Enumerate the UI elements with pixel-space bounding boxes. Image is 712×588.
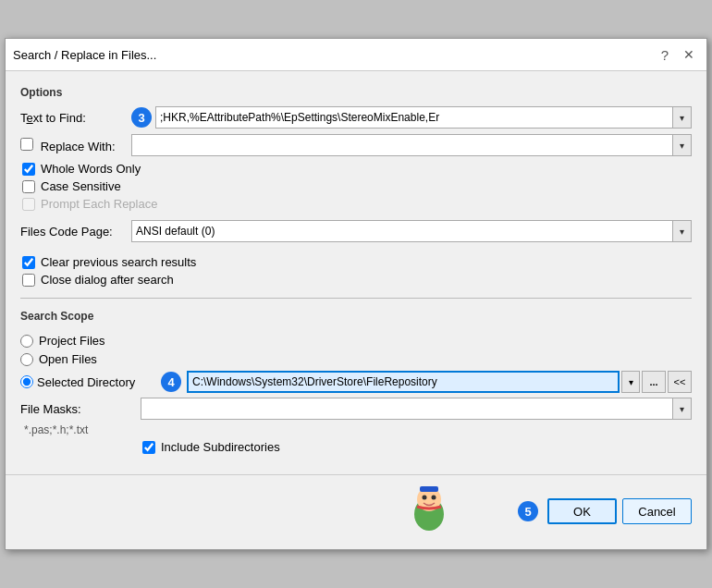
files-code-page-wrap: ▾ <box>131 220 692 242</box>
svg-point-2 <box>423 496 427 500</box>
replace-with-wrap: ▾ <box>131 134 692 156</box>
selected-dir-row: Selected Directory 4 ▾ ... << <box>20 371 692 393</box>
files-code-page-label: Files Code Page: <box>20 225 131 239</box>
step-badge-4: 4 <box>161 372 181 392</box>
help-button[interactable]: ? <box>655 44 675 65</box>
open-files-label[interactable]: Open Files <box>39 352 97 366</box>
text-to-find-input[interactable] <box>155 106 673 129</box>
project-files-label[interactable]: Project Files <box>39 334 105 348</box>
case-sensitive-row: Case Sensitive <box>22 179 692 193</box>
prompt-each-row: Prompt Each Replace <box>22 197 692 211</box>
close-dialog-row: Close dialog after search <box>22 273 692 287</box>
file-masks-input-wrap: ▾ <box>141 398 692 420</box>
whole-words-label[interactable]: Whole Words Only <box>41 162 141 176</box>
selected-dir-label[interactable]: Selected Directory <box>37 375 157 389</box>
title-bar: Search / Replace in Files... ? ✕ <box>6 39 706 71</box>
replace-with-dropdown-btn[interactable]: ▾ <box>673 134 692 156</box>
cancel-button[interactable]: Cancel <box>622 498 692 524</box>
dir-input-wrap: 4 ▾ ... << <box>161 371 692 393</box>
file-masks-row: File Masks: ▾ <box>20 398 692 420</box>
options-section-label: Options <box>20 86 692 99</box>
files-code-page-input[interactable] <box>131 220 673 242</box>
footer-buttons: 5 OK Cancel <box>518 498 692 524</box>
files-code-page-label-text: Files Code Page: <box>20 225 113 239</box>
svg-rect-5 <box>420 486 438 492</box>
step-badge-3: 3 <box>131 107 152 128</box>
clear-previous-label[interactable]: Clear previous search results <box>41 255 196 269</box>
replace-with-input[interactable] <box>131 134 673 156</box>
search-replace-dialog: Search / Replace in Files... ? ✕ Options… <box>5 38 707 550</box>
replace-with-label: Replace With: <box>41 140 116 153</box>
project-files-radio[interactable] <box>20 335 33 348</box>
file-masks-dropdown-btn[interactable]: ▾ <box>673 398 692 420</box>
replace-with-checkbox[interactable] <box>20 138 33 151</box>
extra-checkboxes: Clear previous search results Close dial… <box>20 255 692 290</box>
close-dialog-checkbox[interactable] <box>22 274 35 287</box>
case-sensitive-label[interactable]: Case Sensitive <box>41 179 121 193</box>
files-code-page-row: Files Code Page: ▾ <box>20 220 692 242</box>
file-masks-value: *.pas;*.h;*.txt <box>24 423 692 436</box>
scope-section: Project Files Open Files Selected Direct… <box>20 334 692 458</box>
whole-words-checkbox[interactable] <box>22 163 35 176</box>
close-dialog-label[interactable]: Close dialog after search <box>41 273 174 287</box>
title-bar-left: Search / Replace in Files... <box>13 48 156 62</box>
step-badge-5: 5 <box>518 501 538 521</box>
footer: 5 OK Cancel <box>6 474 706 549</box>
title-bar-controls: ? ✕ <box>655 44 699 65</box>
text-to-find-dropdown-btn[interactable]: ▾ <box>673 106 692 129</box>
mascot-icon <box>404 484 455 535</box>
whole-words-row: Whole Words Only <box>22 162 692 176</box>
svg-point-3 <box>432 496 436 500</box>
clear-previous-checkbox[interactable] <box>22 256 35 269</box>
open-files-radio[interactable] <box>20 353 33 366</box>
close-button[interactable]: ✕ <box>679 44 699 65</box>
text-to-find-label-text: Text to Find: <box>20 111 86 125</box>
file-masks-input[interactable] <box>141 398 673 420</box>
text-to-find-row: Text to Find: 3 ▾ <box>20 106 692 129</box>
prompt-each-checkbox[interactable] <box>22 198 35 211</box>
files-code-page-dropdown-btn[interactable]: ▾ <box>673 220 692 242</box>
ok-button[interactable]: OK <box>547 498 617 524</box>
back-dir-button[interactable]: << <box>668 371 692 393</box>
clear-previous-row: Clear previous search results <box>22 255 692 269</box>
include-subdirs-checkbox[interactable] <box>142 441 155 454</box>
replace-with-row: Replace With: ▾ <box>20 134 692 156</box>
replace-with-label-wrap: Replace With: <box>20 138 131 153</box>
include-subdirs-label[interactable]: Include Subdirectories <box>161 440 280 454</box>
selected-dir-radio[interactable] <box>20 375 33 388</box>
selected-dir-input[interactable] <box>187 371 620 393</box>
dialog-body: Options Text to Find: 3 ▾ Replace With: <box>6 71 706 469</box>
mascot-area <box>404 484 455 538</box>
case-sensitive-checkbox[interactable] <box>22 180 35 193</box>
project-files-row: Project Files <box>20 334 692 348</box>
text-to-find-label: Text to Find: <box>20 111 131 125</box>
text-to-find-wrap: 3 ▾ <box>131 106 692 129</box>
dialog-title: Search / Replace in Files... <box>13 48 156 62</box>
selected-dir-dropdown-btn[interactable]: ▾ <box>621 371 640 393</box>
browse-dir-button[interactable]: ... <box>642 371 666 393</box>
open-files-row: Open Files <box>20 352 692 366</box>
include-subdirs-row: Include Subdirectories <box>142 440 692 454</box>
divider-1 <box>20 298 692 299</box>
prompt-each-label[interactable]: Prompt Each Replace <box>41 197 157 211</box>
file-masks-label: File Masks: <box>20 402 141 416</box>
search-scope-label: Search Scope <box>20 310 692 323</box>
